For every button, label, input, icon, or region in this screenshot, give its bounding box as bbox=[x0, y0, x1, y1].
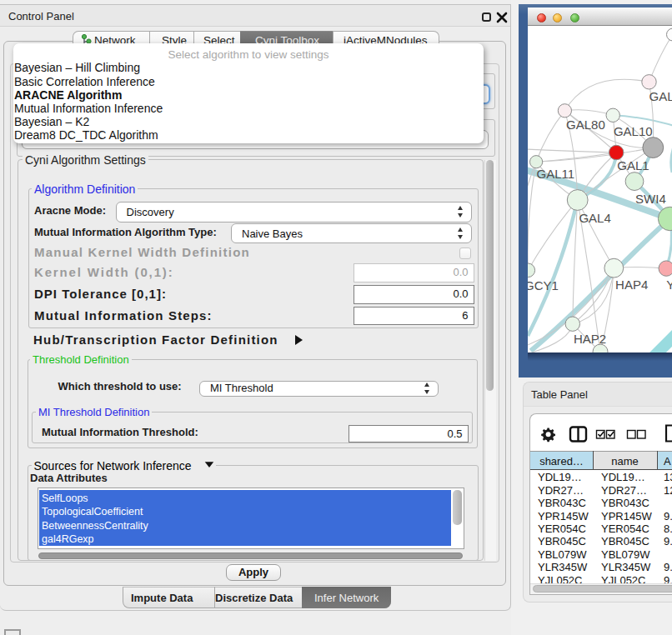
svg-text:GAL11: GAL11 bbox=[537, 167, 575, 181]
svg-text:HAP4: HAP4 bbox=[615, 278, 648, 292]
svg-text:SWI4: SWI4 bbox=[635, 192, 666, 206]
svg-text:Y: Y bbox=[666, 278, 672, 292]
svg-text:HAP2: HAP2 bbox=[574, 332, 606, 346]
svg-text:GAL1: GAL1 bbox=[617, 158, 649, 172]
svg-text:GAL80: GAL80 bbox=[566, 118, 605, 132]
svg-text:GAL10: GAL10 bbox=[614, 124, 653, 138]
svg-text:GAL4: GAL4 bbox=[579, 211, 610, 225]
svg-text:GCY1: GCY1 bbox=[528, 278, 559, 292]
svg-text:GAL2: GAL2 bbox=[649, 89, 672, 103]
